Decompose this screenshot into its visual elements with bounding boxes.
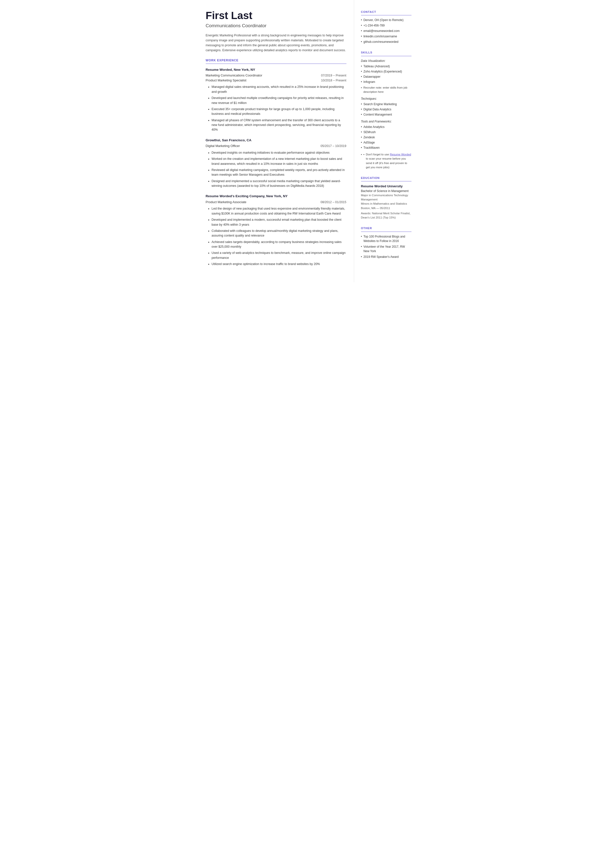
skill-item: Search Engine Marketing <box>361 102 411 106</box>
contact-item: +1-234-456-789 <box>361 23 411 28</box>
promo-rest: to scan your resume before you send it o… <box>366 157 407 169</box>
skill-cat-tools-title: Tools and Frameworks: <box>361 119 411 124</box>
skill-recruiter-note: Recruiter note: enter skills from job de… <box>361 85 411 94</box>
job-role-title-3a: Product Marketing Associate <box>206 200 247 205</box>
bullet: Developed and launched multiple crowdfun… <box>212 96 346 106</box>
other-list: Top 100 Professional Blogs and Websites … <box>361 234 411 259</box>
skill-item: Adobe Analytics <box>361 125 411 129</box>
skill-cat-tools: Tools and Frameworks: Adobe Analytics SE… <box>361 119 411 150</box>
job-company-1: Resume Worded, New York, NY <box>206 67 346 72</box>
job-role-title-1b: Product Marketing Specialist <box>206 78 247 83</box>
other-item: Top 100 Professional Blogs and Websites … <box>361 234 411 243</box>
skill-item: Tableau (Advanced) <box>361 64 411 68</box>
candidate-title: Communications Coordinator <box>206 22 346 30</box>
job-role-title-2a: Digital Marketing Officer <box>206 143 240 149</box>
bullet: Utilized search engine optimization to i… <box>212 262 346 267</box>
edu-degree-1: Bachelor of Science in Management <box>361 189 411 193</box>
job-dates-1b: 10/2018 – Present <box>321 78 346 83</box>
skill-list-techniques: Search Engine Marketing Digital Data Ana… <box>361 102 411 117</box>
left-column: First Last Communications Coordinator En… <box>196 0 354 282</box>
bullet: Developed and implemented a modern, succ… <box>212 217 346 227</box>
edu-minors-1: Minors in Mathematics and Statistics <box>361 202 411 206</box>
skill-cat-techniques: Techniques: Search Engine Marketing Digi… <box>361 96 411 117</box>
job-role-line-2a: Digital Marketing Officer 05/2017 – 10/2… <box>206 143 346 149</box>
job-role-line-1a: Marketing Communications Coordinator 07/… <box>206 73 346 78</box>
bullet: Worked on the creation and implementatio… <box>212 157 346 166</box>
bullet: Managed all phases of CRM system enhance… <box>212 118 346 132</box>
bullet: Designed and implemented a successful so… <box>212 179 346 189</box>
skill-item: AdStage <box>361 140 411 145</box>
job-bullets-3: Led the design of new packaging that use… <box>206 207 346 267</box>
skills-promo-note: • Don't forget to use Resume Worded to s… <box>361 152 411 169</box>
skill-cat-dataviz: Data Visualization: Tableau (Advanced) Z… <box>361 59 411 94</box>
bullet: Developed insights on marketing initiati… <box>212 151 346 155</box>
skill-cat-dataviz-title: Data Visualization: <box>361 59 411 63</box>
skill-list-tools: Adobe Analytics SEMrush Zendesk AdStage … <box>361 125 411 150</box>
job-dates-1a: 07/2019 – Present <box>321 73 346 78</box>
candidate-summary: Energetic Marketing Professional with a … <box>206 33 346 53</box>
job-block-1: Resume Worded, New York, NY Marketing Co… <box>206 67 346 132</box>
bullet: Achieved sales targets dependably, accor… <box>212 240 346 249</box>
job-role-line-1b: Product Marketing Specialist 10/2018 – P… <box>206 78 346 83</box>
other-item: Volunteer of the Year 2017, RW New York <box>361 244 411 253</box>
bullet: Collaborated with colleagues to develop … <box>212 228 346 238</box>
job-company-2: Growthsi, San Francisco, CA <box>206 138 346 143</box>
job-bullets-1: Managed digital sales streaming accounts… <box>206 85 346 132</box>
skill-list-dataviz: Tableau (Advanced) Zoho Analytics (Exper… <box>361 64 411 84</box>
bullet: Led the design of new packaging that use… <box>212 207 346 216</box>
contact-item: Denver, OH (Open to Remote) <box>361 18 411 22</box>
education-title: EDUCATION <box>361 176 411 182</box>
skill-item: Datawrapper <box>361 75 411 79</box>
contact-section: CONTACT Denver, OH (Open to Remote) +1-2… <box>361 10 411 44</box>
bullet: Used a variety of web-analytics techniqu… <box>212 251 346 260</box>
other-item: 2019 RW Speaker's Award <box>361 255 411 259</box>
right-column: CONTACT Denver, OH (Open to Remote) +1-2… <box>354 0 419 282</box>
job-block-2: Growthsi, San Francisco, CA Digital Mark… <box>206 138 346 189</box>
education-section: EDUCATION Resume Worded University Bache… <box>361 176 411 220</box>
skill-item: TrackMaven <box>361 146 411 150</box>
bullet: Executed 35+ corporate product trainings… <box>212 107 346 116</box>
edu-school-1: Resume Worded University <box>361 184 411 189</box>
work-experience-section: WORK EXPERIENCE Resume Worded, New York,… <box>206 58 346 267</box>
job-company-3: Resume Worded's Exciting Company, New Yo… <box>206 194 346 199</box>
skill-cat-techniques-title: Techniques: <box>361 96 411 101</box>
header-section: First Last Communications Coordinator En… <box>206 10 346 53</box>
job-role-line-3a: Product Marketing Associate 08/2012 – 01… <box>206 200 346 205</box>
skill-item: Zendesk <box>361 135 411 140</box>
candidate-name: First Last <box>206 10 346 21</box>
bullet: Reviewed all digital marketing campaigns… <box>212 168 346 177</box>
skill-item: SEMrush <box>361 130 411 134</box>
bullet: Managed digital sales streaming accounts… <box>212 85 346 94</box>
skill-item: Zoho Analytics (Experienced) <box>361 69 411 74</box>
other-title: OTHER <box>361 226 411 231</box>
contact-list: Denver, OH (Open to Remote) +1-234-456-7… <box>361 18 411 44</box>
edu-awards-1: Awards: National Merit Scholar Finalist,… <box>361 211 411 220</box>
contact-item: github.com/resumeworded <box>361 40 411 44</box>
resume-worded-link[interactable]: Resume Worded <box>390 153 411 156</box>
resume-page: First Last Communications Coordinator En… <box>196 0 419 282</box>
skill-item: Infogram <box>361 80 411 84</box>
job-bullets-2: Developed insights on marketing initiati… <box>206 151 346 189</box>
job-dates-3a: 08/2012 – 01/2015 <box>321 200 346 205</box>
work-experience-title: WORK EXPERIENCE <box>206 58 346 64</box>
skill-item: Digital Data Analytics <box>361 107 411 112</box>
promo-text: Don't forget to use <box>366 153 390 156</box>
edu-block-1: Resume Worded University Bachelor of Sci… <box>361 184 411 220</box>
job-roles-2: Digital Marketing Officer 05/2017 – 10/2… <box>206 143 346 149</box>
edu-location-date-1: Boston, MA — 05/2011 <box>361 206 411 210</box>
job-role-title-1a: Marketing Communications Coordinator <box>206 73 262 78</box>
other-section: OTHER Top 100 Professional Blogs and Web… <box>361 226 411 259</box>
job-block-3: Resume Worded's Exciting Company, New Yo… <box>206 194 346 267</box>
skills-section: SKILLS Data Visualization: Tableau (Adva… <box>361 50 411 169</box>
skill-item: Content Management <box>361 112 411 117</box>
contact-title: CONTACT <box>361 10 411 16</box>
contact-item: email@resumeworded.com <box>361 29 411 33</box>
job-roles-3: Product Marketing Associate 08/2012 – 01… <box>206 200 346 205</box>
contact-item: linkedin.com/in/username <box>361 34 411 39</box>
job-dates-2a: 05/2017 – 10/2019 <box>321 144 346 149</box>
job-roles-1: Marketing Communications Coordinator 07/… <box>206 73 346 83</box>
skills-title: SKILLS <box>361 50 411 56</box>
edu-major-1: Major in Communications Technology Manag… <box>361 193 411 202</box>
